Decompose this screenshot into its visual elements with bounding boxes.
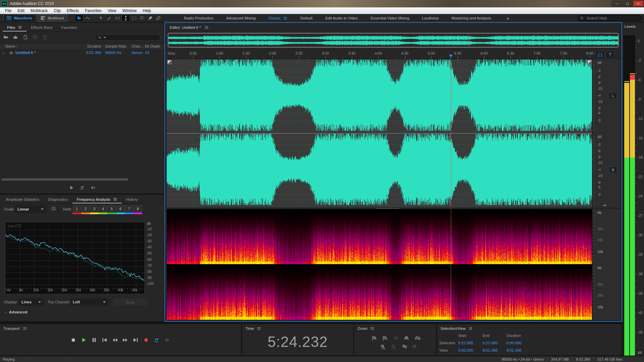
- menu-window[interactable]: Window: [119, 8, 140, 13]
- tab-favorites[interactable]: Favorites: [57, 24, 82, 32]
- display-dropdown[interactable]: Lines: [19, 299, 44, 305]
- workspace-tab-edit-audio-to-video[interactable]: Edit Audio to Video: [325, 16, 358, 20]
- close-button[interactable]: ✕: [633, 1, 643, 6]
- marquee-selection-tool-button[interactable]: [130, 15, 138, 21]
- rewind-button[interactable]: [110, 336, 119, 344]
- preview-play-icon[interactable]: [69, 185, 74, 190]
- tab-amplitude-statistics[interactable]: Amplitude Statistics: [1, 196, 44, 203]
- spectral-view-toggle[interactable]: [84, 15, 92, 21]
- scale-dropdown[interactable]: Linear: [15, 206, 46, 213]
- zoom-to-out-point-button[interactable]: [400, 343, 409, 350]
- files-search-field[interactable]: [95, 34, 161, 41]
- menu-help[interactable]: Help: [140, 8, 154, 13]
- menu-edit[interactable]: Edit: [14, 8, 28, 13]
- channel-badge-right[interactable]: R: [609, 167, 617, 173]
- zoom-menu-icon[interactable]: [370, 326, 375, 331]
- workspace-tab-essential-video-mixing[interactable]: Essential Video Mixing: [371, 16, 410, 20]
- transport-menu-icon[interactable]: [22, 326, 27, 331]
- tab-frequency-analysis[interactable]: Frequency Analysis: [72, 195, 122, 203]
- time-display[interactable]: 5:24.232: [242, 334, 353, 350]
- zoom-in-amplitude-button[interactable]: [370, 335, 379, 342]
- file-row[interactable]: ›Untitled 6 *8:02.36696000 HzStereo24: [0, 50, 164, 56]
- selview-view-start[interactable]: 0:00.000: [458, 348, 473, 352]
- monitor-headphones-button[interactable]: [596, 51, 604, 59]
- import-file-icon[interactable]: [13, 35, 18, 40]
- zoom-to-selection-button[interactable]: [413, 335, 422, 342]
- workspace-tab-loudness[interactable]: Loudness: [422, 16, 439, 20]
- fade-out-handle[interactable]: [588, 60, 592, 64]
- multitrack-mode-button[interactable]: Multitrack: [37, 14, 68, 22]
- selview-view-end[interactable]: 8:02.366: [483, 348, 498, 352]
- hold-button-7[interactable]: 7: [125, 205, 133, 214]
- stop-button[interactable]: [69, 336, 77, 344]
- timeline-ruler[interactable]: hms 0:301:001:302:002:303:003:304:004:30…: [165, 50, 622, 59]
- selview-selection-duration[interactable]: 0:00.000: [506, 341, 522, 345]
- level-meter[interactable]: [624, 36, 635, 356]
- advanced-section-toggle[interactable]: › Advanced: [5, 310, 28, 314]
- menu-clip[interactable]: Clip: [51, 8, 64, 13]
- tab-files[interactable]: Files: [3, 23, 26, 32]
- channel-badge-left[interactable]: L: [609, 93, 617, 99]
- skip-to-start-button[interactable]: [100, 336, 109, 344]
- fast-forward-button[interactable]: [121, 336, 129, 344]
- overview-navigator[interactable]: [168, 33, 619, 48]
- panel-menu-icon[interactable]: [113, 197, 117, 201]
- row-expand-chevron[interactable]: ›: [3, 50, 4, 55]
- zoom-out-amplitude-button[interactable]: [381, 335, 390, 342]
- waveform-view-toggle[interactable]: [75, 14, 84, 22]
- pin-marker-button[interactable]: [606, 51, 614, 59]
- workspace-tab-classic[interactable]: Classic: [268, 16, 287, 20]
- file-name[interactable]: Untitled 6 *: [15, 51, 36, 55]
- open-file-icon[interactable]: [3, 35, 9, 40]
- editor-menu-icon[interactable]: [204, 25, 209, 30]
- tab-effects-rack[interactable]: Effects Rack: [26, 24, 57, 32]
- paintbrush-selection-tool-button[interactable]: [146, 15, 154, 21]
- record-button[interactable]: [142, 336, 150, 344]
- preview-volume-icon[interactable]: [90, 185, 96, 190]
- menu-multitrack[interactable]: Multitrack: [28, 8, 51, 13]
- channel-divider[interactable]: [167, 133, 592, 134]
- column-header-sample-rate[interactable]: Sample Rate: [105, 44, 126, 48]
- selview-selection-start[interactable]: 5:22.085: [458, 341, 473, 345]
- play-button[interactable]: [79, 336, 88, 344]
- workspace-tab-default[interactable]: Default: [300, 16, 312, 20]
- spectral-display[interactable]: [167, 209, 592, 320]
- hold-button-3[interactable]: 3: [90, 205, 99, 214]
- title-bar[interactable]: Au Adobe Audition CC 2018 — ▢ ✕: [0, 0, 644, 7]
- menu-favorites[interactable]: Favorites: [82, 8, 105, 13]
- editor-header[interactable]: Editor: Untitled 6 *: [165, 23, 622, 32]
- hold-button-8[interactable]: 8: [133, 205, 142, 214]
- collapse-ruler-icon[interactable]: [603, 205, 606, 206]
- column-header-chan[interactable]: Chan...: [131, 44, 143, 48]
- search-help-input[interactable]: [586, 16, 638, 20]
- column-header-bit-depth[interactable]: Bit Depth: [145, 44, 160, 48]
- lasso-selection-tool-button[interactable]: [138, 15, 146, 21]
- time-menu-icon[interactable]: [257, 326, 261, 331]
- preview-loop-icon[interactable]: [79, 185, 85, 190]
- zoom-to-in-point-button[interactable]: [402, 335, 411, 342]
- hold-button-4[interactable]: 4: [99, 205, 107, 214]
- move-tool-button[interactable]: [97, 15, 105, 21]
- minimize-button[interactable]: —: [612, 1, 622, 6]
- frequency-plot[interactable]: Live CTI: [5, 222, 145, 294]
- menu-view[interactable]: View: [105, 8, 119, 13]
- tab-history[interactable]: History: [122, 196, 143, 203]
- menu-effects[interactable]: Effects: [64, 8, 82, 13]
- razor-tool-button[interactable]: [105, 15, 113, 21]
- tab-diagnostics[interactable]: Diagnostics: [44, 196, 72, 203]
- hold-button-5[interactable]: 5: [107, 205, 116, 214]
- copy-graph-icon[interactable]: [51, 206, 57, 211]
- workspace-menu-icon[interactable]: [283, 16, 287, 20]
- hold-button-2[interactable]: 2: [81, 205, 90, 214]
- workspace-tab-advanced-mixing[interactable]: Advanced Mixing: [226, 16, 256, 20]
- files-column-header[interactable]: Name ↑DurationSample RateChan...Bit Dept…: [0, 43, 164, 50]
- fade-in-handle[interactable]: [167, 60, 172, 64]
- panel-menu-icon[interactable]: [18, 25, 22, 29]
- files-horizontal-scrollbar[interactable]: [1, 178, 128, 181]
- slip-tool-button[interactable]: [113, 15, 121, 21]
- skip-to-end-button[interactable]: [131, 336, 140, 344]
- workspace-overflow-button[interactable]: »: [506, 16, 508, 21]
- maximize-button[interactable]: ▢: [623, 1, 633, 6]
- hold-button-1[interactable]: 1: [72, 205, 81, 214]
- top-channel-dropdown[interactable]: Left: [70, 299, 108, 305]
